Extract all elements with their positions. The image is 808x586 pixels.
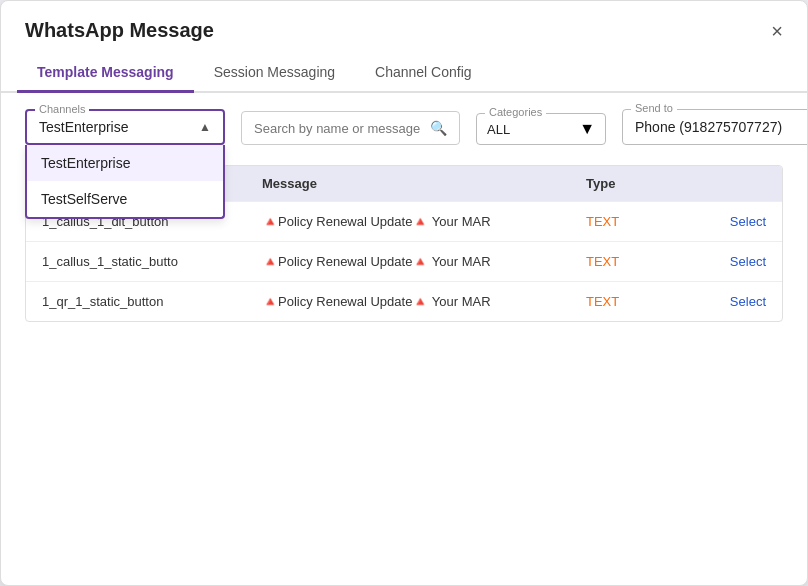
col-header-message: Message [262, 176, 586, 191]
row-3-type: TEXT [586, 294, 686, 309]
search-input[interactable] [254, 121, 422, 136]
col-header-type: Type [586, 176, 686, 191]
channels-selected-value: TestEnterprise [39, 119, 128, 135]
send-to-value: Phone (918275707727) [635, 119, 782, 135]
categories-label: Categories [485, 106, 546, 118]
right-area: 🔍 Categories ALL ▼ Send to Phone (918275… [241, 109, 808, 145]
row-2-name: 1_callus_1_static_butto [42, 254, 262, 269]
channels-dropdown-menu: TestEnterprise TestSelfServe [25, 145, 225, 219]
send-to-dropdown[interactable]: Send to Phone (918275707727) ▼ [622, 109, 808, 145]
categories-field: Categories ALL ▼ [476, 113, 606, 145]
table-row: 1_callus_1_static_butto 🔺Policy Renewal … [26, 241, 782, 281]
row-2-select[interactable]: Select [686, 254, 766, 269]
row-2-type: TEXT [586, 254, 686, 269]
tab-channel-config[interactable]: Channel Config [355, 54, 492, 93]
tabs-bar: Template Messaging Session Messaging Cha… [1, 54, 807, 93]
modal-header: WhatsApp Message × [1, 1, 807, 42]
close-button[interactable]: × [771, 21, 783, 41]
row-3-name: 1_qr_1_static_button [42, 294, 262, 309]
col-header-action [686, 176, 766, 191]
row-2-message: 🔺Policy Renewal Update🔺 Your MAR [262, 254, 586, 269]
modal-container: WhatsApp Message × Template Messaging Se… [0, 0, 808, 586]
send-to-label: Send to [631, 102, 677, 114]
tab-session-messaging[interactable]: Session Messaging [194, 54, 355, 93]
send-to-field: Send to Phone (918275707727) ▼ [622, 109, 808, 145]
channels-field: Channels TestEnterprise ▲ TestEnterprise… [25, 109, 225, 145]
channels-dropdown-arrow: ▲ [199, 120, 211, 134]
search-box: 🔍 [241, 111, 460, 145]
row-3-select[interactable]: Select [686, 294, 766, 309]
categories-selected: ALL [487, 122, 510, 137]
modal-body: Channels TestEnterprise ▲ TestEnterprise… [1, 93, 807, 338]
left-area: Channels TestEnterprise ▲ TestEnterprise… [25, 109, 225, 145]
channels-label: Channels [35, 103, 89, 115]
modal-title: WhatsApp Message [25, 19, 214, 42]
channels-option-testenterprise[interactable]: TestEnterprise [27, 145, 223, 181]
row-1-message: 🔺Policy Renewal Update🔺 Your MAR [262, 214, 586, 229]
row-3-message: 🔺Policy Renewal Update🔺 Your MAR [262, 294, 586, 309]
row-1-type: TEXT [586, 214, 686, 229]
channels-option-testselfserve[interactable]: TestSelfServe [27, 181, 223, 217]
categories-arrow-icon: ▼ [579, 120, 595, 138]
categories-dropdown[interactable]: Categories ALL ▼ [476, 113, 606, 145]
tab-template-messaging[interactable]: Template Messaging [17, 54, 194, 93]
top-section: Channels TestEnterprise ▲ TestEnterprise… [25, 109, 783, 145]
row-1-select[interactable]: Select [686, 214, 766, 229]
channels-dropdown[interactable]: Channels TestEnterprise ▲ [25, 109, 225, 145]
search-icon: 🔍 [430, 120, 447, 136]
table-row: 1_qr_1_static_button 🔺Policy Renewal Upd… [26, 281, 782, 321]
